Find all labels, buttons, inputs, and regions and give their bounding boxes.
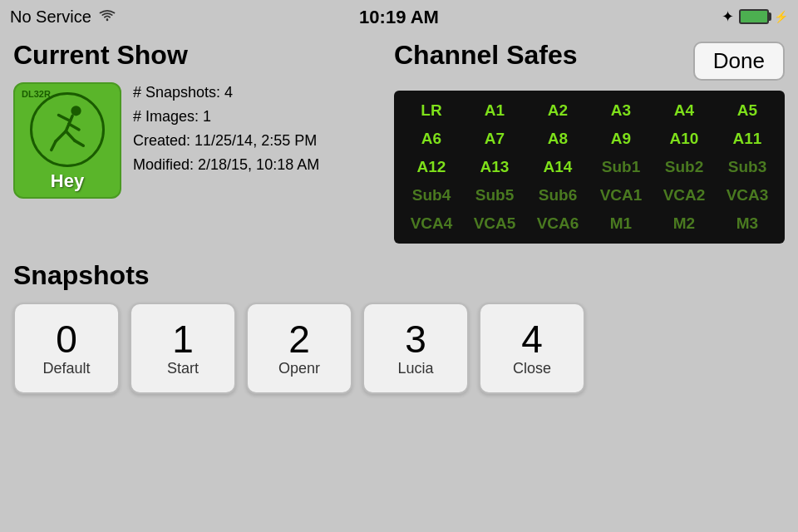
snapshot-button-3[interactable]: 3 Lucia <box>362 303 469 394</box>
channel-cell-m3[interactable]: M3 <box>717 210 778 237</box>
snapshot-label: Default <box>42 360 90 377</box>
snapshots-row: # Snapshots: 4 <box>133 84 319 101</box>
channel-cell-vca4[interactable]: VCA4 <box>401 210 462 237</box>
svg-line-7 <box>66 131 75 140</box>
snapshots-row: 0 Default 1 Start 2 Openr 3 Lucia 4 Clos… <box>13 303 785 394</box>
modified-value: 2/18/15, 10:18 AM <box>198 156 319 173</box>
snapshots-title: Snapshots <box>13 260 785 291</box>
channel-cell-m1[interactable]: M1 <box>590 210 652 237</box>
svg-line-5 <box>56 131 66 141</box>
images-value: 1 <box>203 108 211 125</box>
battery-tip <box>768 12 771 21</box>
channel-cell-a9[interactable]: A9 <box>590 126 652 152</box>
snapshots-label: # Snapshots: <box>133 84 220 101</box>
svg-line-4 <box>69 124 79 130</box>
channel-cell-m2[interactable]: M2 <box>653 210 715 237</box>
modified-label: Modified: <box>133 156 194 173</box>
show-image: DL32R <box>13 82 121 199</box>
svg-line-3 <box>59 116 71 121</box>
snapshot-button-0[interactable]: 0 Default <box>13 303 120 394</box>
main-content: Current Show DL32R <box>0 33 798 250</box>
status-bar: No Service 10:19 AM ✦ ⚡ <box>0 0 798 33</box>
channel-cell-a8[interactable]: A8 <box>527 126 589 152</box>
status-left: No Service <box>10 7 116 27</box>
channel-cell-a6[interactable]: A6 <box>401 126 462 152</box>
channel-cell-vca5[interactable]: VCA5 <box>464 210 525 237</box>
channel-cell-a11[interactable]: A11 <box>717 126 778 152</box>
channel-cell-vca3[interactable]: VCA3 <box>717 182 778 209</box>
channel-cell-sub6[interactable]: Sub6 <box>527 182 589 209</box>
snapshot-number: 4 <box>521 320 543 358</box>
runner-icon <box>38 101 96 159</box>
channel-cell-a3[interactable]: A3 <box>590 97 652 124</box>
channel-cell-a14[interactable]: A14 <box>527 154 589 180</box>
show-name: Hey <box>51 170 84 192</box>
images-label: # Images: <box>133 108 199 125</box>
channel-cell-a13[interactable]: A13 <box>464 154 525 180</box>
snapshot-label: Lucia <box>397 360 433 377</box>
status-right: ✦ ⚡ <box>722 7 788 26</box>
snapshot-label: Start <box>167 360 199 377</box>
svg-point-0 <box>106 18 108 21</box>
battery-bolt-icon: ⚡ <box>774 10 788 23</box>
created-value: 11/25/14, 2:55 PM <box>195 132 317 149</box>
channel-cell-sub1[interactable]: Sub1 <box>590 154 652 180</box>
current-show-panel: Current Show DL32R <box>13 40 377 244</box>
modified-row: Modified: 2/18/15, 10:18 AM <box>133 156 319 174</box>
figure-circle <box>30 92 105 167</box>
channel-cell-vca6[interactable]: VCA6 <box>527 210 589 237</box>
channel-cell-a1[interactable]: A1 <box>464 97 525 124</box>
channel-safes-title: Channel Safes <box>394 40 578 71</box>
channel-cell-a5[interactable]: A5 <box>717 97 778 124</box>
time-display: 10:19 AM <box>359 7 439 28</box>
channel-cell-a2[interactable]: A2 <box>527 97 589 124</box>
snapshot-number: 2 <box>288 320 310 358</box>
snapshot-button-4[interactable]: 4 Close <box>479 303 585 394</box>
no-service-text: No Service <box>10 7 91 27</box>
show-info: DL32R <box>13 82 377 199</box>
created-label: Created: <box>133 132 190 149</box>
snapshots-section: Snapshots 0 Default 1 Start 2 Openr 3 Lu… <box>0 250 798 394</box>
snapshot-button-1[interactable]: 1 Start <box>130 303 236 394</box>
show-details: # Snapshots: 4 # Images: 1 Created: 11/2… <box>133 82 319 174</box>
channel-cell-sub5[interactable]: Sub5 <box>464 182 525 209</box>
svg-line-6 <box>52 141 56 150</box>
created-row: Created: 11/25/14, 2:55 PM <box>133 132 319 150</box>
snapshot-button-2[interactable]: 2 Openr <box>246 303 352 394</box>
channel-safes-panel: Channel Safes Done LRA1A2A3A4A5A6A7A8A9A… <box>394 40 785 244</box>
channel-cell-sub2[interactable]: Sub2 <box>653 154 715 180</box>
snapshot-number: 0 <box>56 320 77 358</box>
channel-cell-vca2[interactable]: VCA2 <box>653 182 715 209</box>
channel-grid: LRA1A2A3A4A5A6A7A8A9A10A11A12A13A14Sub1S… <box>394 91 785 244</box>
channel-cell-a4[interactable]: A4 <box>653 97 715 124</box>
channel-cell-a12[interactable]: A12 <box>401 154 462 180</box>
channel-cell-vca1[interactable]: VCA1 <box>590 182 652 209</box>
bluetooth-icon: ✦ <box>722 7 734 26</box>
battery-indicator <box>739 9 769 24</box>
channel-cell-a10[interactable]: A10 <box>653 126 715 152</box>
snapshot-label: Close <box>513 360 551 377</box>
svg-line-8 <box>75 140 84 145</box>
channel-cell-a7[interactable]: A7 <box>464 126 525 152</box>
snapshot-label: Openr <box>278 360 320 377</box>
snapshots-value: 4 <box>224 84 233 101</box>
wifi-icon <box>98 7 116 27</box>
current-show-title: Current Show <box>13 40 377 71</box>
svg-point-1 <box>71 106 81 116</box>
channel-cell-sub4[interactable]: Sub4 <box>401 182 462 209</box>
snapshot-number: 3 <box>405 320 426 358</box>
channel-cell-lr[interactable]: LR <box>401 97 462 124</box>
snapshot-number: 1 <box>172 320 194 358</box>
channel-cell-sub3[interactable]: Sub3 <box>717 154 778 180</box>
done-button[interactable]: Done <box>693 42 785 81</box>
channel-safes-header: Channel Safes Done <box>394 40 785 82</box>
battery-body <box>739 9 769 24</box>
device-label: DL32R <box>22 89 51 99</box>
images-row: # Images: 1 <box>133 108 319 126</box>
